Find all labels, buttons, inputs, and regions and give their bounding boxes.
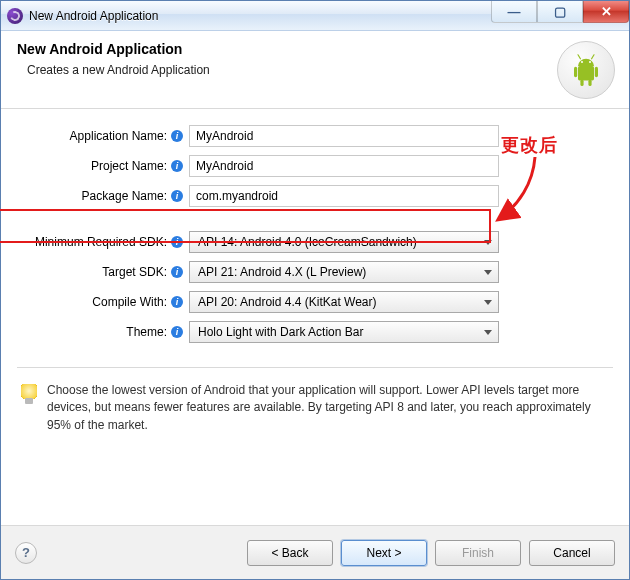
label-target-sdk: Target SDK: xyxy=(17,265,167,279)
chevron-down-icon xyxy=(484,240,492,245)
row-theme: Theme: Holo Light with Dark Action Bar xyxy=(17,317,613,347)
tip-text: Choose the lowest version of Android tha… xyxy=(47,382,609,434)
chevron-down-icon xyxy=(484,270,492,275)
target-sdk-value: API 21: Android 4.X (L Preview) xyxy=(198,265,366,279)
finish-button: Finish xyxy=(435,540,521,566)
project-name-input[interactable] xyxy=(189,155,499,177)
wizard-header: New Android Application Creates a new An… xyxy=(1,31,629,109)
svg-rect-1 xyxy=(574,67,577,77)
row-package-name: Package Name: xyxy=(17,181,613,211)
info-icon[interactable] xyxy=(171,296,183,308)
application-name-input[interactable] xyxy=(189,125,499,147)
svg-rect-0 xyxy=(578,66,594,80)
lightbulb-icon xyxy=(21,384,37,404)
chevron-down-icon xyxy=(484,330,492,335)
eclipse-wizard-window: New Android Application — ▢ ✕ New Androi… xyxy=(0,0,630,580)
titlebar[interactable]: New Android Application — ▢ ✕ xyxy=(1,1,629,31)
svg-rect-2 xyxy=(595,67,598,77)
window-buttons: — ▢ ✕ xyxy=(491,1,629,23)
compile-with-dropdown[interactable]: API 20: Android 4.4 (KitKat Wear) xyxy=(189,291,499,313)
info-icon[interactable] xyxy=(171,130,183,142)
info-icon[interactable] xyxy=(171,236,183,248)
cancel-button[interactable]: Cancel xyxy=(529,540,615,566)
label-compile-with: Compile With: xyxy=(17,295,167,309)
wizard-footer: ? < Back Next > Finish Cancel xyxy=(1,525,629,579)
maximize-button[interactable]: ▢ xyxy=(537,1,583,23)
chevron-down-icon xyxy=(484,300,492,305)
svg-line-5 xyxy=(578,55,580,59)
label-project-name: Project Name: xyxy=(17,159,167,173)
info-icon[interactable] xyxy=(171,190,183,202)
wizard-content: Application Name: Project Name: Package … xyxy=(1,109,629,444)
page-subtitle: Creates a new Android Application xyxy=(17,63,613,77)
package-name-input[interactable] xyxy=(189,185,499,207)
button-row: < Back Next > Finish Cancel xyxy=(247,540,615,566)
page-title: New Android Application xyxy=(17,41,613,57)
android-icon xyxy=(557,41,615,99)
separator xyxy=(17,367,613,368)
row-compile-with: Compile With: API 20: Android 4.4 (KitKa… xyxy=(17,287,613,317)
info-icon[interactable] xyxy=(171,160,183,172)
close-button[interactable]: ✕ xyxy=(583,1,629,23)
min-sdk-value: API 14: Android 4.0 (IceCreamSandwich) xyxy=(198,235,417,249)
info-icon[interactable] xyxy=(171,326,183,338)
row-target-sdk: Target SDK: API 21: Android 4.X (L Previ… xyxy=(17,257,613,287)
window-title: New Android Application xyxy=(29,9,158,23)
theme-dropdown[interactable]: Holo Light with Dark Action Bar xyxy=(189,321,499,343)
min-sdk-dropdown[interactable]: API 14: Android 4.0 (IceCreamSandwich) xyxy=(189,231,499,253)
svg-rect-3 xyxy=(580,80,583,86)
target-sdk-dropdown[interactable]: API 21: Android 4.X (L Preview) xyxy=(189,261,499,283)
info-icon[interactable] xyxy=(171,266,183,278)
svg-point-7 xyxy=(581,61,583,63)
label-package-name: Package Name: xyxy=(17,189,167,203)
svg-rect-4 xyxy=(588,80,591,86)
annotation-text: 更改后 xyxy=(501,133,558,157)
label-application-name: Application Name: xyxy=(17,129,167,143)
row-min-sdk: Minimum Required SDK: API 14: Android 4.… xyxy=(17,227,613,257)
minimize-button[interactable]: — xyxy=(491,1,537,23)
theme-value: Holo Light with Dark Action Bar xyxy=(198,325,363,339)
svg-point-8 xyxy=(589,61,591,63)
svg-line-6 xyxy=(592,55,594,59)
label-min-sdk: Minimum Required SDK: xyxy=(17,235,167,249)
back-button[interactable]: < Back xyxy=(247,540,333,566)
next-button[interactable]: Next > xyxy=(341,540,427,566)
help-button[interactable]: ? xyxy=(15,542,37,564)
compile-with-value: API 20: Android 4.4 (KitKat Wear) xyxy=(198,295,377,309)
tip-region: Choose the lowest version of Android tha… xyxy=(17,378,613,444)
label-theme: Theme: xyxy=(17,325,167,339)
eclipse-icon xyxy=(7,8,23,24)
